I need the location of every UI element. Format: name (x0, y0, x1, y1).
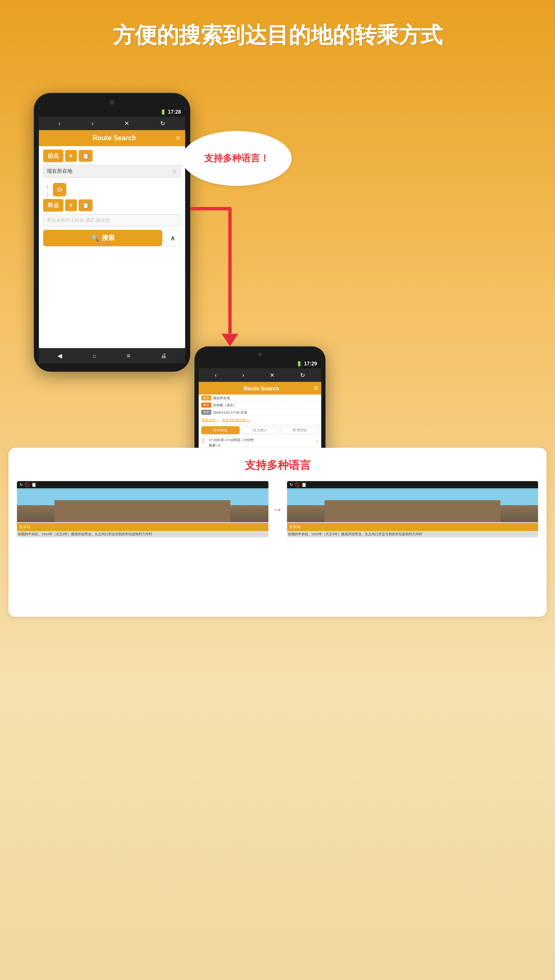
hamburger-icon-large[interactable]: ≡ (176, 134, 180, 142)
status-time-large: 17:28 (168, 109, 181, 115)
end-row: 终点 ✦ 📋 (43, 199, 181, 212)
battery-icon: 🔋 (160, 109, 166, 115)
back-icon-small[interactable]: ‹ (215, 372, 217, 378)
cancel-icon-card-r: 🚫 (295, 482, 300, 487)
bottom-back-icon[interactable]: ◀ (57, 352, 62, 359)
small-start-row: 起点 现在所在地 (199, 395, 321, 402)
bottom-section: 支持多种语言 ↻ 🚫 📋 东京站 首都的中央站。1914年（大正3年）建成开始营… (8, 448, 547, 617)
hamburger-icon-small[interactable]: ≡ (314, 384, 318, 392)
right-card-image: ↻ 🚫 📋 公共交通工具 东京站 首都的中央站。1914年（大正3年）建成开始营… (287, 481, 539, 537)
tab-cost[interactable]: 费 费用低 (280, 426, 319, 434)
tab-row: 时 时间短 回 次数少 费 费用低 (199, 425, 321, 436)
back-icon[interactable]: ‹ (59, 120, 61, 127)
building-image-right (287, 488, 539, 522)
small-start-label: 起点 (201, 395, 211, 400)
right-station-name: 东京站 (287, 523, 539, 531)
left-station-desc: 首都的中央站。1914年（大正3年）建成开始营业。丸之内口开业当初的车站是耗时六… (17, 531, 268, 537)
route-1-time: 17:28出发-17:43到达 / 15分钟 (209, 438, 314, 443)
arrow-horizontal (190, 207, 232, 210)
current-location-text: 现在所在地 (47, 168, 72, 175)
phone-large: 🔋 17:28 ‹ › ✕ ↻ Route Search ≡ 起点 (34, 93, 190, 372)
small-time-value: 2016/11/21 17:28 出发 (213, 410, 247, 415)
route-form-large: 起点 ✦ 📋 现在所在地 ⊗ ↓ ↓ ⟳ (39, 146, 185, 348)
close-icon-small[interactable]: ✕ (270, 372, 275, 378)
small-start-value: 现在所在地 (213, 396, 230, 400)
start-label-btn[interactable]: 起点 (43, 150, 63, 162)
bottom-share-icon[interactable]: 🖨 (161, 352, 167, 359)
links-row: 图标说明 › 致使用轮椅的客人 › (199, 416, 321, 425)
tab-transfers[interactable]: 回 次数少 (241, 426, 279, 434)
end-location-icon-btn[interactable]: ✦ (65, 199, 77, 211)
search-button[interactable]: 🔍 搜索 (43, 230, 162, 246)
phone-screen-large: 🔋 17:28 ‹ › ✕ ↻ Route Search ≡ 起点 (39, 107, 185, 363)
battery-icon-small: 🔋 (296, 361, 302, 367)
refresh-icon-card: ↻ (19, 482, 23, 487)
search-row: 🔍 搜索 ∧ (43, 230, 181, 246)
legend-link[interactable]: 图标说明 › (202, 418, 218, 422)
phone-camera-small (258, 352, 262, 357)
location-icon-btn[interactable]: ✦ (65, 150, 77, 162)
bookmark-icon-card-r: 📋 (301, 482, 306, 487)
tab-time[interactable]: 时 时间短 (201, 426, 240, 434)
arrow-between-cards: → (273, 504, 283, 515)
status-bar-small: 🔋 17:29 (199, 359, 321, 368)
browser-nav-small: ‹ › ✕ ↻ (199, 368, 321, 382)
refresh-icon[interactable]: ↻ (160, 120, 165, 127)
small-time-row: 时刻 2016/11/21 17:28 出发 (199, 409, 321, 416)
bottom-nav-large: ◀ ⌂ ≡ 🖨 (39, 348, 185, 363)
app-header-small: Route Search ≡ (199, 382, 321, 395)
right-station-desc: 首都的中央站。1914年（大正3年）建成开始营业。丸之内口开业当初的车站是耗时六… (287, 531, 539, 537)
info-card-title: 支持多种语言 (17, 458, 538, 473)
app-header-large: Route Search ≡ (39, 130, 185, 146)
status-bar-large: 🔋 17:28 (39, 107, 185, 117)
start-input[interactable]: 现在所在地 ⊗ (43, 165, 181, 178)
forward-icon[interactable]: › (91, 120, 93, 127)
end-label-btn[interactable]: 终点 (43, 199, 63, 212)
building-shape (55, 500, 230, 522)
small-time-label: 时刻 (201, 410, 211, 415)
end-bookmark-icon-btn[interactable]: 📋 (79, 199, 93, 211)
scroll-up-button[interactable]: ∧ (165, 230, 181, 246)
app-title-small: Route Search (209, 385, 314, 392)
bookmark-icon-card: 📋 (31, 482, 36, 487)
swap-row: ↓ ↓ ⟳ (43, 180, 181, 199)
start-row: 起点 ✦ 📋 (43, 150, 181, 162)
page-title: 方便的搜索到达目的地的转乘方式 (0, 0, 555, 63)
search-icon: 🔍 (91, 234, 99, 242)
small-dest-value: 日本桥（东京） (213, 403, 237, 408)
speech-bubble-text: 支持多种语言！ (200, 148, 273, 169)
end-input[interactable]: 车站名和巴士站名,酒店,观光地 (43, 214, 181, 226)
forward-icon-small[interactable]: › (242, 372, 244, 378)
bookmark-icon-btn[interactable]: 📋 (79, 150, 93, 162)
start-input-row: 现在所在地 ⊗ (43, 165, 181, 178)
left-img-header: ↻ 🚫 📋 (17, 481, 268, 488)
arrow-vertical (228, 207, 232, 334)
bottom-menu-icon[interactable]: ≡ (127, 352, 130, 359)
phone-camera (109, 100, 115, 105)
end-placeholder: 车站名和巴士站名,酒店,观光地 (47, 217, 110, 223)
close-nav-icon[interactable]: ✕ (124, 120, 129, 127)
speech-bubble: 支持多种语言！ (182, 131, 292, 186)
left-station-name: 东京站 (17, 523, 268, 531)
end-input-row: 车站名和巴士站名,酒店,观光地 (43, 214, 181, 226)
swap-button[interactable]: ⟳ (53, 183, 66, 196)
small-dest-row: 终点 日本桥（东京） (199, 402, 321, 409)
swap-arrows: ↓ ↓ (46, 182, 49, 197)
up-icon: ∧ (170, 234, 175, 242)
building-image-left (17, 488, 268, 522)
right-img-header: ↻ 🚫 📋 (287, 481, 539, 488)
bottom-home-icon[interactable]: ⌂ (93, 352, 96, 359)
refresh-icon-card-r: ↻ (290, 482, 293, 487)
status-time-small: 17:29 (304, 361, 317, 367)
info-card: 支持多种语言 ↻ 🚫 📋 东京站 首都的中央站。1914年（大正3年）建成开始营… (8, 448, 547, 617)
small-dest-label: 终点 (201, 403, 211, 408)
clear-icon[interactable]: ⊗ (172, 168, 177, 175)
cancel-icon-card: 🚫 (25, 482, 30, 487)
browser-nav-large: ‹ › ✕ ↻ (39, 117, 185, 130)
building-shape-right (325, 500, 500, 522)
first-time-link[interactable]: 致使用轮椅的客人 › (222, 418, 251, 422)
app-title-large: Route Search (52, 134, 176, 142)
left-card-image: ↻ 🚫 📋 东京站 首都的中央站。1914年（大正3年）建成开始营业。丸之内口开… (17, 481, 268, 537)
refresh-icon-small[interactable]: ↻ (300, 372, 305, 378)
search-label: 搜索 (102, 234, 115, 242)
